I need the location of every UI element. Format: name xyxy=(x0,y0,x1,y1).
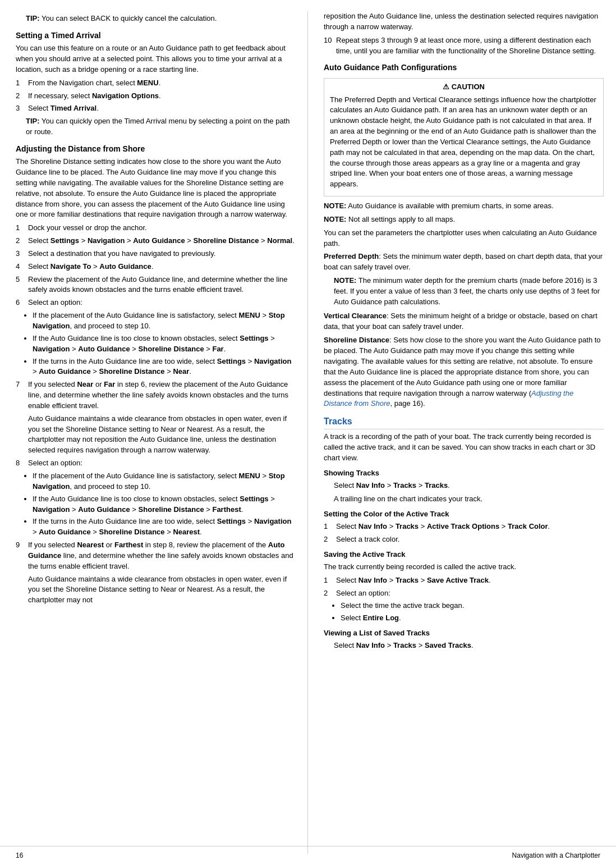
shore-bullets-2: If the placement of the Auto Guidance li… xyxy=(26,471,295,538)
tracks-heading: Tracks xyxy=(324,415,604,429)
color-step-num-1: 1 xyxy=(324,521,336,532)
step10-list: 10 Repeat steps 3 through 9 at least onc… xyxy=(324,35,604,57)
shore-bullet-2-3: If the turns in the Auto Guidance line a… xyxy=(33,516,295,538)
color-step-2-content: Select a track color. xyxy=(336,534,604,545)
vertical-clearance-text: Vertical Clearance: Sets the minimum hei… xyxy=(324,311,604,332)
shore-step-num-8: 8 xyxy=(16,458,28,469)
caution-label: CAUTION xyxy=(452,83,485,91)
color-steps-list: 1 Select Nav Info > Tracks > Active Trac… xyxy=(324,521,604,545)
caution-box: ⚠ CAUTION The Preferred Depth and Vertic… xyxy=(324,78,604,196)
note-3-text: The minimum water depth for the premium … xyxy=(334,276,600,306)
shore-step-8: 8 Select an option: xyxy=(16,458,295,469)
shore-step-num-6: 6 xyxy=(16,298,28,308)
note-1: NOTE: Auto Guidance is available with pr… xyxy=(324,201,604,212)
page-footer: 16 Navigation with a Chartplotter xyxy=(0,846,616,865)
timed-arrival-body: You can use this feature on a route or a… xyxy=(16,43,295,75)
shore-step-num-7: 7 xyxy=(16,379,28,411)
showing-tracks-step: Select Nav Info > Tracks > Tracks. xyxy=(334,480,604,491)
shore-step-2: 2 Select Settings > Navigation > Auto Gu… xyxy=(16,236,295,246)
shore-step-6: 6 Select an option: xyxy=(16,298,295,308)
shore-step-num-4: 4 xyxy=(16,262,28,272)
color-step-2: 2 Select a track color. xyxy=(324,534,604,545)
saving-step-num-2: 2 xyxy=(324,588,336,599)
shore-bullet-1-1: If the placement of the Auto Guidance li… xyxy=(33,310,295,332)
shore-step-empty-2 xyxy=(16,574,28,606)
shore-bullets-1: If the placement of the Auto Guidance li… xyxy=(26,310,295,377)
shoreline-distance-link-after: , page 16). xyxy=(390,399,425,408)
shoreline-distance-text: Shoreline Distance: Sets how close to th… xyxy=(324,335,604,409)
shore-bullet-2-2: If the Auto Guidance line is too close t… xyxy=(33,494,295,515)
shore-step-4: 4 Select Navigate To > Auto Guidance. xyxy=(16,262,295,272)
tip-label-2: TIP: xyxy=(26,117,40,125)
note-1-text: Auto Guidance is available with premium … xyxy=(348,202,553,210)
shore-step-num-3: 3 xyxy=(16,249,28,259)
page-container: TIP: You can select BACK to quickly canc… xyxy=(0,0,616,865)
note-1-label: NOTE: xyxy=(324,202,346,210)
shore-step-6-content: Select an option: xyxy=(28,298,295,308)
note-2: NOTE: Not all settings apply to all maps… xyxy=(324,214,604,225)
list-saved-step: Select Nav Info > Tracks > Saved Tracks. xyxy=(334,640,604,651)
shore-step-num-9: 9 xyxy=(16,540,28,572)
footer-chapter-title: Navigation with a Chartplotter xyxy=(512,851,600,861)
shore-step-num-1: 1 xyxy=(16,223,28,234)
saving-track-intro: The track currently being recorded is ca… xyxy=(324,562,604,573)
color-step-1: 1 Select Nav Info > Tracks > Active Trac… xyxy=(324,521,604,532)
caution-body: The Preferred Depth and Vertical Clearan… xyxy=(330,95,597,190)
step-num-1: 1 xyxy=(16,78,28,89)
step-2-content: If necessary, select Navigation Options. xyxy=(28,91,295,102)
saving-steps-list: 1 Select Nav Info > Tracks > Save Active… xyxy=(324,575,604,599)
shore-auto-note-1: Auto Guidance maintains a wide clearance… xyxy=(16,414,295,456)
tip-back: TIP: You can select BACK to quickly canc… xyxy=(26,13,295,24)
list-saved-block: Select Nav Info > Tracks > Saved Tracks. xyxy=(334,640,604,651)
step-3-content: Select Timed Arrival. xyxy=(28,103,295,114)
shore-auto-note-2-content: Auto Guidance maintains a wide clearance… xyxy=(28,574,295,606)
tip-text-2: You can quickly open the Timed Arrival m… xyxy=(26,117,289,136)
continued-text: reposition the Auto Guidance line, unles… xyxy=(324,11,604,33)
auto-guidance-config-heading: Auto Guidance Path Configurations xyxy=(324,62,604,73)
shore-step-8-content: Select an option: xyxy=(28,458,295,469)
saving-step-2: 2 Select an option: xyxy=(324,588,604,599)
shore-step-num-5: 5 xyxy=(16,274,28,296)
saving-bullet-2: Select Entire Log. xyxy=(341,613,604,624)
shore-step-empty-1 xyxy=(16,414,28,456)
timed-step-1: 1 From the Navigation chart, select MENU… xyxy=(16,78,295,89)
step-1-content: From the Navigation chart, select MENU. xyxy=(28,78,295,89)
saving-bullet-1: Select the time the active track began. xyxy=(341,601,604,611)
saving-step-2-content: Select an option: xyxy=(336,588,604,599)
shore-step-9-content: If you selected Nearest or Farthest in s… xyxy=(28,540,295,572)
saving-step-num-1: 1 xyxy=(324,575,336,586)
timed-step-3: 3 Select Timed Arrival. xyxy=(16,103,295,114)
note-3: NOTE: The minimum water depth for the pr… xyxy=(334,276,604,308)
shoreline-distance-def: Shoreline Distance: Sets how close to th… xyxy=(324,335,604,409)
shoreline-distance-body: : Sets how close to the shore you want t… xyxy=(324,336,601,397)
shore-step-5: 5 Review the placement of the Auto Guida… xyxy=(16,274,295,296)
shore-step-1: 1 Dock your vessel or drop the anchor. xyxy=(16,223,295,234)
list-saved-heading: Viewing a List of Saved Tracks xyxy=(324,628,604,639)
note-3-label: NOTE: xyxy=(334,276,356,285)
shore-bullet-1-2: If the Auto Guidance line is too close t… xyxy=(33,333,295,355)
shore-distance-heading: Adjusting the Distance from Shore xyxy=(16,143,295,154)
right-column: reposition the Auto Guidance line, unles… xyxy=(308,11,616,854)
step-10: 10 Repeat steps 3 through 9 at least onc… xyxy=(324,35,604,57)
saving-step-1: 1 Select Nav Info > Tracks > Save Active… xyxy=(324,575,604,586)
caution-icon: ⚠ xyxy=(443,83,449,91)
preferred-depth-text: Preferred Depth: Sets the minimum water … xyxy=(324,251,604,273)
shore-step-3-content: Select a destination that you have navig… xyxy=(28,249,295,259)
footer-page-number: 16 xyxy=(16,851,23,861)
showing-tracks-note: A trailing line on the chart indicates y… xyxy=(334,494,604,505)
showing-tracks-block: Select Nav Info > Tracks > Tracks. A tra… xyxy=(334,480,604,505)
shore-auto-note-1-content: Auto Guidance maintains a wide clearance… xyxy=(28,414,295,456)
shore-bullet-1-3: If the turns in the Auto Guidance line a… xyxy=(33,356,295,378)
color-track-heading: Setting the Color of the Active Track xyxy=(324,509,604,520)
shore-step-3: 3 Select a destination that you have nav… xyxy=(16,249,295,259)
shore-steps-list: 1 Dock your vessel or drop the anchor. 2… xyxy=(16,223,295,308)
color-step-1-content: Select Nav Info > Tracks > Active Track … xyxy=(336,521,604,532)
note-2-label: NOTE: xyxy=(324,215,346,223)
shore-step-4-content: Select Navigate To > Auto Guidance. xyxy=(28,262,295,272)
saving-bullets: Select the time the active track began. … xyxy=(334,601,604,624)
shore-step-5-content: Review the placement of the Auto Guidanc… xyxy=(28,274,295,296)
tip-label-1: TIP: xyxy=(26,14,40,22)
shore-steps-2-list: 7 If you selected Near or Far in step 6,… xyxy=(16,379,295,469)
tip-timed-arrival: TIP: You can quickly open the Timed Arri… xyxy=(26,116,295,138)
note-3-block: NOTE: The minimum water depth for the pr… xyxy=(334,276,604,308)
